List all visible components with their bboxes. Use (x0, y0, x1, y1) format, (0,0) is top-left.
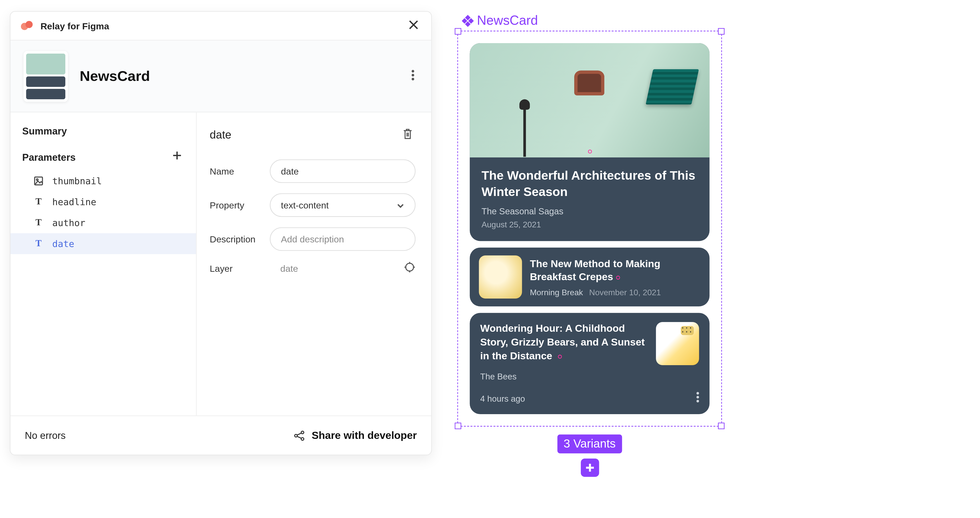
figma-canvas: NewsCard The Wonderful Architectures of … (457, 13, 722, 427)
detail-title: date (210, 129, 231, 141)
image-icon (34, 176, 43, 186)
hero-date: August 25, 2021 (482, 221, 698, 230)
resize-handle-br[interactable] (718, 423, 724, 429)
param-date[interactable]: T date (11, 233, 196, 254)
share-with-developer-button[interactable]: Share with developer (293, 429, 417, 441)
param-author[interactable]: T author (11, 212, 196, 233)
component-icon (463, 15, 473, 26)
audio-headline: The New Method to Making Breakfast Crepe… (530, 257, 700, 284)
svg-point-4 (37, 179, 38, 181)
plugin-title: Relay for Figma (41, 21, 109, 31)
compact-headline: Wondering Hour: A Childhood Story, Grizz… (480, 322, 647, 365)
parameter-list: thumbnail T headline T author T date (11, 170, 196, 254)
close-button[interactable] (406, 17, 421, 35)
svg-point-8 (301, 437, 304, 440)
component-thumbnail (24, 51, 68, 102)
newscard-hero-variant[interactable]: The Wonderful Architectures of This Wint… (470, 43, 710, 242)
share-icon (293, 429, 305, 441)
name-label: Name (210, 166, 270, 176)
param-label: author (52, 218, 85, 228)
compact-time: 4 hours ago (480, 394, 525, 404)
component-frame-name: NewsCard (477, 13, 538, 28)
detail-column: date Name date Property text-content (197, 112, 431, 415)
svg-point-1 (412, 73, 414, 76)
hero-author: The Seasonal Sagas (482, 207, 698, 216)
delete-parameter-button[interactable] (400, 126, 415, 145)
left-column: Summary Parameters thumbnail T headline (11, 112, 197, 415)
panel-footer: No errors Share with developer (11, 415, 431, 455)
component-selection[interactable]: The Wonderful Architectures of This Wint… (457, 31, 722, 427)
audio-author: Morning Break (530, 288, 583, 297)
variants-badge: 3 Variants (557, 435, 622, 453)
layer-label: Layer (210, 263, 270, 274)
resize-handle-bl[interactable] (455, 423, 461, 429)
text-icon: T (34, 238, 43, 249)
property-select[interactable]: text-content (270, 194, 415, 217)
pin-indicator-icon (558, 355, 562, 359)
text-icon: T (34, 218, 43, 228)
name-input[interactable]: date (270, 159, 415, 183)
description-label: Description (210, 234, 270, 244)
layer-value: date (270, 263, 404, 274)
svg-point-11 (697, 400, 699, 403)
relay-logo-icon (21, 21, 35, 31)
audio-date: November 10, 2021 (589, 288, 661, 297)
svg-point-5 (406, 263, 414, 271)
svg-point-6 (295, 434, 298, 437)
add-parameter-button[interactable] (170, 148, 184, 165)
pin-indicator-icon (588, 149, 592, 153)
svg-point-0 (412, 70, 414, 72)
newscard-compact-variant[interactable]: Wondering Hour: A Childhood Story, Grizz… (470, 313, 710, 415)
param-label: date (52, 238, 74, 249)
errors-status: No errors (25, 430, 65, 441)
param-label: thumbnail (52, 176, 102, 186)
plugin-header: Relay for Figma (11, 12, 431, 41)
add-variant-button[interactable] (581, 459, 599, 477)
compact-more-button[interactable] (697, 392, 699, 405)
chevron-down-icon (396, 201, 404, 209)
property-label: Property (210, 200, 270, 210)
svg-point-2 (412, 77, 414, 80)
locate-layer-button[interactable] (404, 261, 415, 276)
param-headline[interactable]: T headline (11, 191, 196, 212)
compact-author: The Bees (480, 372, 699, 382)
pin-indicator-icon (616, 276, 620, 280)
hero-headline: The Wonderful Architectures of This Wint… (482, 168, 698, 200)
description-input[interactable]: Add description (270, 227, 415, 251)
compact-thumbnail (656, 322, 699, 365)
summary-tab[interactable]: Summary (11, 126, 196, 148)
property-value: text-content (281, 200, 329, 210)
svg-point-10 (697, 396, 699, 399)
component-frame-label[interactable]: NewsCard (463, 13, 722, 28)
newscard-audio-variant[interactable]: The New Method to Making Breakfast Crepe… (470, 248, 710, 307)
param-thumbnail[interactable]: thumbnail (11, 170, 196, 191)
svg-point-7 (301, 431, 304, 433)
share-label: Share with developer (312, 429, 417, 441)
component-header: NewsCard (11, 41, 431, 113)
param-label: headline (52, 197, 97, 207)
component-name: NewsCard (80, 68, 150, 85)
relay-plugin-panel: Relay for Figma NewsCard Summary Paramet… (10, 11, 432, 456)
component-more-button[interactable] (407, 65, 418, 86)
audio-thumbnail (479, 256, 522, 299)
resize-handle-tr[interactable] (718, 28, 724, 35)
text-icon: T (34, 197, 43, 207)
hero-thumbnail (470, 43, 710, 157)
resize-handle-tl[interactable] (455, 28, 461, 35)
parameters-heading: Parameters (22, 151, 76, 162)
svg-point-9 (697, 392, 699, 395)
